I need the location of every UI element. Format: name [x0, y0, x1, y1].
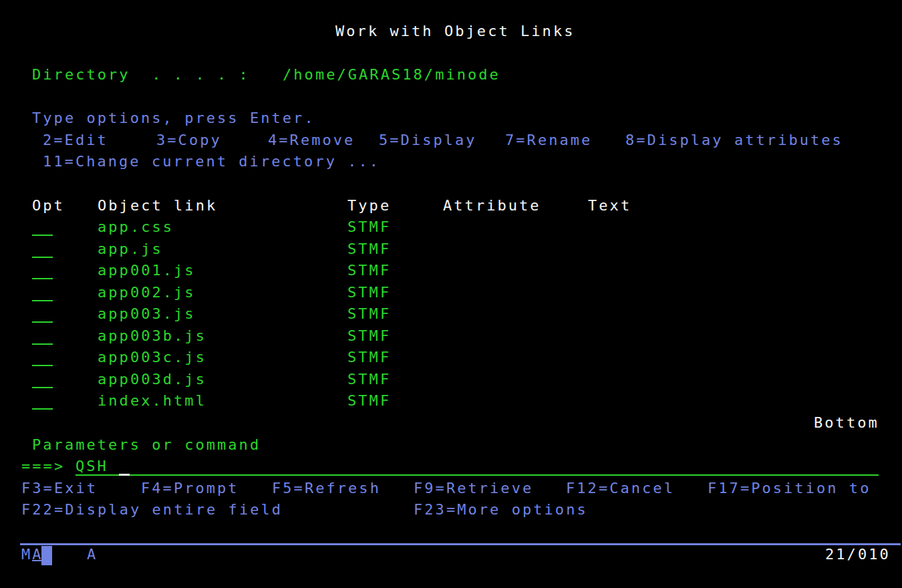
fkey-f23: F23=More options — [414, 502, 588, 518]
oia-underline — [32, 560, 42, 561]
fkey-f4: F4=Prompt — [141, 480, 239, 496]
object-link-name: index.html — [98, 393, 206, 409]
command-prompt-arrow: ===> — [21, 458, 65, 474]
fkey-f17: F17=Position to — [708, 480, 871, 496]
option-8: 8=Display attributes — [625, 132, 843, 148]
option-3: 3=Copy — [156, 132, 222, 148]
text-cursor — [119, 474, 130, 476]
opt-input[interactable] — [32, 235, 53, 236]
fkey-f5: F5=Refresh — [272, 480, 381, 496]
object-link-name: app001.js — [98, 263, 196, 279]
opt-input[interactable] — [32, 408, 53, 410]
opt-input[interactable] — [32, 387, 53, 388]
options-instruction: Type options, press Enter. — [32, 110, 315, 126]
object-type: STMF — [347, 372, 391, 388]
object-type: STMF — [347, 263, 391, 279]
command-input-value[interactable]: QSH — [76, 458, 108, 474]
object-link-name: app003c.js — [98, 349, 206, 365]
option-7: 7=Rename — [505, 132, 592, 148]
object-type: STMF — [347, 328, 391, 344]
column-header-opt: Opt — [32, 198, 65, 214]
object-type: STMF — [347, 241, 391, 257]
opt-input[interactable] — [32, 278, 53, 279]
column-header-text: Text — [588, 198, 631, 214]
keyboard-indicator: A — [87, 547, 98, 563]
cursor-block-icon — [41, 546, 52, 565]
object-type: STMF — [347, 285, 391, 301]
options-row-continued: 11=Change current directory ... — [43, 154, 380, 170]
object-link-name: app003d.js — [98, 372, 206, 388]
object-type: STMF — [347, 393, 391, 409]
object-type: STMF — [347, 349, 391, 365]
object-type: STMF — [347, 219, 391, 235]
option-2: 2=Edit — [43, 132, 108, 148]
opt-input[interactable] — [32, 343, 53, 345]
object-link-name: app003b.js — [98, 328, 206, 344]
object-type: STMF — [347, 306, 391, 322]
object-link-name: app.js — [98, 241, 163, 257]
command-input[interactable] — [76, 474, 879, 476]
option-5: 5=Display — [379, 132, 477, 148]
fkey-f22: F22=Display entire field — [21, 502, 283, 518]
page-title: Work with Object Links — [335, 23, 575, 39]
directory-label: Directory . . . . : — [32, 67, 250, 83]
column-header-object-link: Object link — [98, 198, 217, 214]
opt-input[interactable] — [32, 365, 53, 366]
opt-input[interactable] — [32, 257, 53, 258]
option-4: 4=Remove — [268, 132, 355, 148]
object-link-name: app002.js — [98, 285, 196, 301]
status-bar-separator — [20, 543, 901, 545]
column-header-attribute: Attribute — [443, 198, 541, 214]
directory-value: /home/GARAS18/minode — [283, 67, 500, 83]
object-link-name: app003.js — [98, 306, 196, 322]
object-link-name: app.css — [98, 219, 174, 235]
column-header-type: Type — [347, 198, 391, 214]
opt-input[interactable] — [32, 321, 53, 323]
command-label: Parameters or command — [32, 437, 261, 453]
fkey-f3: F3=Exit — [21, 480, 98, 496]
terminal-screen[interactable]: Work with Object Links Directory . . . .… — [0, 0, 902, 588]
fkey-f9: F9=Retrieve — [414, 480, 533, 496]
cursor-position-indicator: 21/010 — [825, 547, 891, 563]
fkey-f12: F12=Cancel — [566, 480, 675, 496]
list-position-indicator: Bottom — [814, 415, 879, 431]
opt-input[interactable] — [32, 300, 53, 301]
